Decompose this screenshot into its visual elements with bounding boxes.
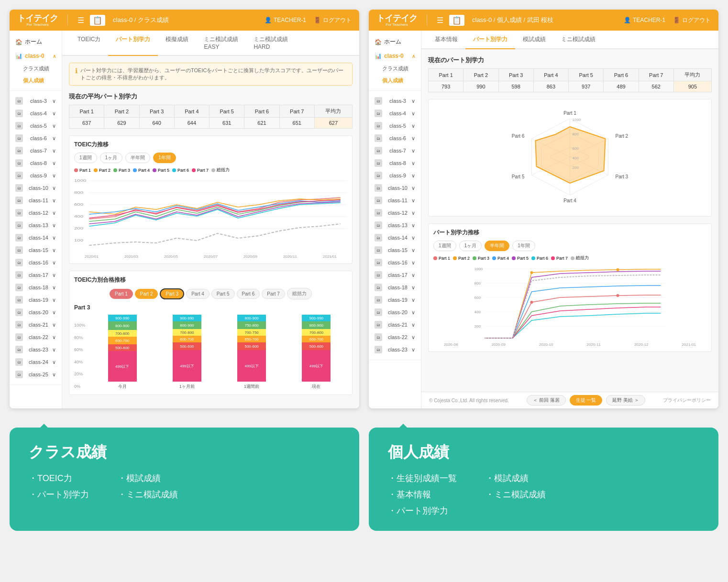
left-btn-1week[interactable]: 1週間 <box>74 153 97 163</box>
left-class11[interactable]: 🗂class-11∨ <box>10 194 62 207</box>
left-part-btn-1[interactable]: Part 1 <box>110 289 133 299</box>
left-btn-1month[interactable]: 1ヶ月 <box>100 153 123 163</box>
right-class18[interactable]: 🗂class-18∨ <box>369 281 421 294</box>
right-radar-polygon <box>536 127 606 183</box>
right-class11[interactable]: 🗂class-11∨ <box>369 194 421 207</box>
right-class3[interactable]: 🗂class-3∨ <box>369 95 421 107</box>
right-nav-list[interactable]: 生徒 一覧 <box>570 395 603 406</box>
left-sidebar-individual[interactable]: 個人成績 <box>10 75 62 87</box>
left-class16[interactable]: 🗂class-16∨ <box>10 256 62 269</box>
right-class5[interactable]: 🗂class-5∨ <box>369 120 421 132</box>
right-btn-1year[interactable]: 1年間 <box>512 241 535 251</box>
left-tab-toeic[interactable]: TOEIC力 <box>70 31 108 56</box>
right-x5: 2020-12 <box>634 342 648 347</box>
left-class15[interactable]: 🗂class-15∨ <box>10 244 62 256</box>
left-class7[interactable]: 🗂class-7∨ <box>10 144 62 157</box>
left-class20[interactable]: 🗂class-20∨ <box>10 306 62 318</box>
class17-icon: 🗂 <box>15 271 23 279</box>
right-class20[interactable]: 🗂class-20∨ <box>369 306 421 318</box>
left-part-btn-2[interactable]: Part 2 <box>135 289 158 299</box>
right-nav-next[interactable]: 延野 美絵 ＞ <box>606 395 645 406</box>
left-bar-2: 900-990 800-900 700-800 600-700 500-600 … <box>173 315 201 382</box>
left-part-btn-5[interactable]: Part 5 <box>211 289 235 299</box>
right-sidebar-individual[interactable]: 個人成績 <box>369 75 421 87</box>
left-avg-v4: 644 <box>174 118 209 129</box>
left-sidebar-class0[interactable]: 📊 class-0 ∧ <box>10 49 62 63</box>
left-menu-icon[interactable]: ☰ <box>77 16 84 25</box>
right-class6[interactable]: 🗂class-6∨ <box>369 132 421 144</box>
right-class22[interactable]: 🗂class-22∨ <box>369 331 421 343</box>
right-legend-p4-label: Part 4 <box>497 256 509 261</box>
left-class10[interactable]: 🗂class-10∨ <box>10 182 62 194</box>
left-bar4-s4: 600-700 <box>302 336 331 342</box>
right-class21[interactable]: 🗂class-21∨ <box>369 318 421 331</box>
left-part-btn-7[interactable]: Part 7 <box>262 289 285 299</box>
right-class23[interactable]: 🗂class-23∨ <box>369 343 421 356</box>
left-class12[interactable]: 🗂class-12∨ <box>10 207 62 219</box>
right-tab-part[interactable]: パート別学力 <box>465 31 515 49</box>
left-class18[interactable]: 🗂class-18∨ <box>10 281 62 294</box>
left-class25[interactable]: 🗂class-25∨ <box>10 368 62 381</box>
right-class19[interactable]: 🗂class-19∨ <box>369 294 421 306</box>
right-class7[interactable]: 🗂class-7∨ <box>369 144 421 157</box>
left-class9[interactable]: 🗂class-9∨ <box>10 169 62 182</box>
left-class5[interactable]: 🗂class-5∨ <box>10 120 62 132</box>
right-sidebar-home[interactable]: 🏠 ホーム <box>369 34 421 49</box>
left-class24[interactable]: 🗂class-24∨ <box>10 356 62 368</box>
right-class13[interactable]: 🗂class-13∨ <box>369 219 421 231</box>
left-part-btn-avg[interactable]: 総括力 <box>287 288 312 299</box>
left-class17[interactable]: 🗂class-17∨ <box>10 269 62 281</box>
left-tab-mock[interactable]: 模擬成績 <box>158 31 196 56</box>
left-tab-mini-hard[interactable]: ミニ模試成績HARD <box>246 31 296 56</box>
right-class16[interactable]: 🗂class-16∨ <box>369 256 421 269</box>
rclass16-chevron: ∨ <box>411 260 415 266</box>
left-class6[interactable]: 🗂class-6∨ <box>10 132 62 144</box>
left-logout-btn[interactable]: 🚪 ログアウト <box>314 16 352 24</box>
right-tab-mock[interactable]: 模試成績 <box>515 31 553 49</box>
left-class13[interactable]: 🗂class-13∨ <box>10 219 62 231</box>
right-class10[interactable]: 🗂class-10∨ <box>369 182 421 194</box>
left-class21[interactable]: 🗂class-21∨ <box>10 318 62 331</box>
left-part-btn-3[interactable]: Part 3 <box>160 288 184 299</box>
right-sidebar-class-perf[interactable]: クラス成績 <box>369 63 421 75</box>
right-class9[interactable]: 🗂class-9∨ <box>369 169 421 182</box>
left-bar4-s1: 900-990 <box>302 315 331 321</box>
right-x4: 2020-11 <box>587 342 601 347</box>
left-class14[interactable]: 🗂class-14∨ <box>10 231 62 244</box>
left-btn-6month[interactable]: 半年間 <box>125 153 150 163</box>
right-class17[interactable]: 🗂class-17∨ <box>369 269 421 281</box>
left-part-btn-4[interactable]: Part 4 <box>186 289 210 299</box>
right-logout-btn[interactable]: 🚪 ログアウト <box>673 16 711 24</box>
right-class12[interactable]: 🗂class-12∨ <box>369 207 421 219</box>
right-sidebar-class0[interactable]: 📊 class-0 ∧ <box>369 49 421 63</box>
class19-icon: 🗂 <box>15 296 23 304</box>
right-menu-icon[interactable]: ☰ <box>437 16 443 25</box>
left-class4[interactable]: 🗂class-4∨ <box>10 107 62 120</box>
left-btn-1year[interactable]: 1年間 <box>153 153 176 163</box>
left-sidebar-home[interactable]: 🏠 ホーム <box>10 34 62 49</box>
right-btn-6month[interactable]: 半年間 <box>485 241 509 251</box>
left-tab-mini-easy[interactable]: ミニ模試成績EASY <box>196 31 246 56</box>
right-class15[interactable]: 🗂class-15∨ <box>369 244 421 256</box>
right-btn-1week[interactable]: 1週間 <box>433 241 456 251</box>
right-class14[interactable]: 🗂class-14∨ <box>369 231 421 244</box>
left-class3[interactable]: 🗂class-3∨ <box>10 95 62 107</box>
right-user-label: TEACHER-1 <box>633 17 665 23</box>
right-x6: 2021-01 <box>682 342 696 347</box>
right-class4[interactable]: 🗂class-4∨ <box>369 107 421 120</box>
left-part-btn-6[interactable]: Part 6 <box>237 289 260 299</box>
left-class22[interactable]: 🗂class-22∨ <box>10 331 62 343</box>
left-class8[interactable]: 🗂class-8∨ <box>10 157 62 169</box>
left-sidebar-class-perf[interactable]: クラス成績 <box>10 63 62 75</box>
left-class23[interactable]: 🗂class-23∨ <box>10 343 62 356</box>
right-nav-prev[interactable]: ＜ 前回 落居 <box>527 395 566 406</box>
right-tab-basic[interactable]: 基本情報 <box>427 31 465 49</box>
right-legend-p6: Part 6 <box>531 255 548 261</box>
right-bubble-title: 個人成績 <box>388 442 699 463</box>
right-legend-p6-label: Part 6 <box>537 256 548 261</box>
left-tab-part[interactable]: パート別学力 <box>108 31 158 56</box>
right-class8[interactable]: 🗂class-8∨ <box>369 157 421 169</box>
right-tab-mini[interactable]: ミニ模試成績 <box>553 31 603 49</box>
right-btn-1month[interactable]: 1ヶ月 <box>459 241 482 251</box>
left-class19[interactable]: 🗂class-19∨ <box>10 294 62 306</box>
